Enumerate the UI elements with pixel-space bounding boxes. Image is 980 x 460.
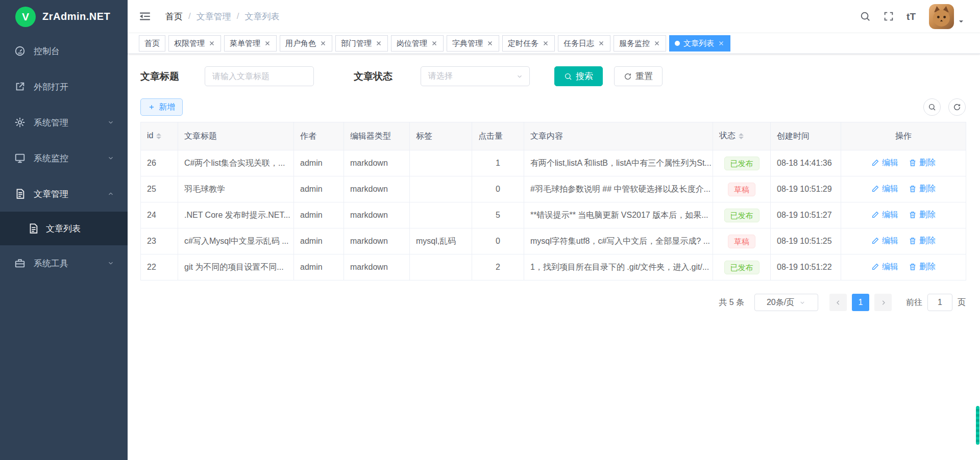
caret-down-icon[interactable] [958, 18, 965, 25]
goto-page-input[interactable] [927, 294, 952, 311]
edit-button-label: 编辑 [882, 210, 898, 220]
tab-item[interactable]: 部门管理 [335, 35, 388, 52]
column-header[interactable]: 状态 [713, 122, 771, 150]
tab-close-icon[interactable] [598, 40, 605, 47]
tab-close-icon[interactable] [320, 40, 327, 47]
tab-item[interactable]: 权限管理 [168, 35, 221, 52]
page-button[interactable]: 1 [852, 294, 869, 311]
edit-button[interactable]: 编辑 [871, 262, 898, 272]
search-button-label: 搜索 [576, 70, 593, 82]
tab-item[interactable]: 任务日志 [558, 35, 610, 52]
breadcrumb-item[interactable]: 文章管理 [197, 11, 231, 22]
tab-item[interactable]: 用户角色 [280, 35, 332, 52]
cell-id: 23 [141, 228, 178, 254]
delete-icon [909, 263, 917, 271]
tab-close-icon[interactable] [542, 40, 549, 47]
select-placeholder-text: 请选择 [428, 71, 453, 82]
column-header: 编辑器类型 [344, 122, 410, 150]
sidebar-item[interactable]: 系统工具 [0, 245, 128, 281]
prev-page-button[interactable] [829, 294, 847, 311]
fullscreen-icon[interactable] [883, 11, 894, 22]
sidebar-item[interactable]: 文章管理 [0, 176, 128, 212]
search-icon[interactable] [860, 11, 871, 22]
edit-button[interactable]: 编辑 [871, 210, 898, 220]
sidebar-collapse-icon[interactable] [139, 10, 151, 22]
cell-created-at: 08-19 10:51:27 [771, 202, 841, 228]
tab-label: 部门管理 [341, 39, 372, 48]
article-title-input[interactable] [205, 66, 314, 86]
chevron-down-icon [107, 260, 114, 267]
app-title: ZrAdmin.NET [42, 11, 110, 22]
column-header: 标签 [410, 122, 472, 150]
toggle-search-button[interactable] [923, 98, 941, 116]
tab-item[interactable]: 服务监控 [614, 35, 666, 52]
tab-item[interactable]: 菜单管理 [224, 35, 277, 52]
column-header[interactable]: id [141, 122, 178, 150]
tab-label: 文章列表 [683, 39, 714, 48]
page-size-select[interactable]: 20条/页 [754, 294, 818, 311]
refresh-table-button[interactable] [948, 98, 966, 116]
column-header-label: 点击量 [478, 132, 503, 140]
sidebar-item[interactable]: 系统管理 [0, 105, 128, 140]
user-avatar[interactable] [929, 4, 954, 29]
chevron-down-icon [799, 299, 806, 306]
sidebar-item[interactable]: 系统监控 [0, 140, 128, 176]
edit-button[interactable]: 编辑 [871, 158, 898, 168]
tab-label: 菜单管理 [230, 39, 260, 48]
sort-asc-icon [156, 131, 161, 136]
cell-hits: 0 [472, 176, 524, 202]
font-size-icon[interactable]: tT [906, 12, 916, 21]
delete-button[interactable]: 删除 [909, 184, 936, 194]
delete-button[interactable]: 删除 [909, 236, 936, 246]
delete-button[interactable]: 删除 [909, 158, 936, 168]
delete-button[interactable]: 删除 [909, 262, 936, 272]
sidebar-item-label: 文章管理 [34, 188, 107, 200]
sidebar-subitem-label: 文章列表 [46, 223, 128, 235]
next-page-button[interactable] [874, 294, 892, 311]
tab-close-icon[interactable] [718, 40, 725, 47]
tab-close-icon[interactable] [486, 40, 494, 47]
edit-button[interactable]: 编辑 [871, 236, 898, 246]
cell-status: 已发布 [713, 254, 771, 280]
sidebar-item[interactable]: 控制台 [0, 33, 128, 69]
tab-close-icon[interactable] [431, 40, 438, 47]
goto-suffix-label: 页 [958, 297, 966, 308]
tab-close-icon[interactable] [375, 40, 382, 47]
tab-item[interactable]: 文章列表 [669, 35, 730, 52]
edit-button[interactable]: 编辑 [871, 184, 898, 194]
cell-editor-type: markdown [344, 150, 410, 176]
add-button[interactable]: 新增 [140, 98, 183, 116]
cell-editor-type: markdown [344, 176, 410, 202]
delete-button[interactable]: 删除 [909, 210, 936, 220]
tab-item[interactable]: 定时任务 [502, 35, 555, 52]
app-root: V ZrAdmin.NET 控制台外部打开系统管理系统监控文章管理文章列表系统工… [0, 0, 980, 460]
gear-icon [14, 117, 26, 128]
article-status-select[interactable]: 请选择 [421, 66, 530, 86]
active-tab-dot-icon [675, 41, 680, 46]
article-title-label: 文章标题 [140, 70, 205, 83]
app-logo[interactable]: V ZrAdmin.NET [0, 0, 128, 33]
scrollbar-thumb[interactable] [976, 406, 979, 445]
tab-item[interactable]: 首页 [139, 35, 165, 52]
tab-item[interactable]: 岗位管理 [391, 35, 444, 52]
sidebar-subitem[interactable]: 文章列表 [0, 212, 128, 245]
breadcrumb-item[interactable]: 首页 [165, 11, 183, 22]
sidebar-item[interactable]: 外部打开 [0, 69, 128, 105]
sort-icon[interactable] [739, 131, 744, 142]
tab-close-icon[interactable] [653, 40, 660, 47]
tab-close-icon[interactable] [264, 40, 271, 47]
tab-close-icon[interactable] [208, 40, 215, 47]
delete-icon [909, 237, 917, 245]
cell-title: .NET Core 发布时提示.NET... [178, 202, 294, 228]
refresh-icon [953, 103, 961, 111]
cell-tags: mysql,乱码 [410, 228, 472, 254]
sidebar-item-label: 系统管理 [34, 117, 107, 129]
cell-actions: 编辑删除 [841, 254, 966, 280]
plus-icon [148, 104, 155, 111]
tab-label: 权限管理 [174, 39, 205, 48]
reset-button[interactable]: 重置 [614, 66, 663, 86]
edit-icon [871, 159, 879, 167]
sort-icon[interactable] [156, 131, 161, 142]
tab-item[interactable]: 字典管理 [447, 35, 499, 52]
search-button[interactable]: 搜索 [554, 66, 603, 86]
